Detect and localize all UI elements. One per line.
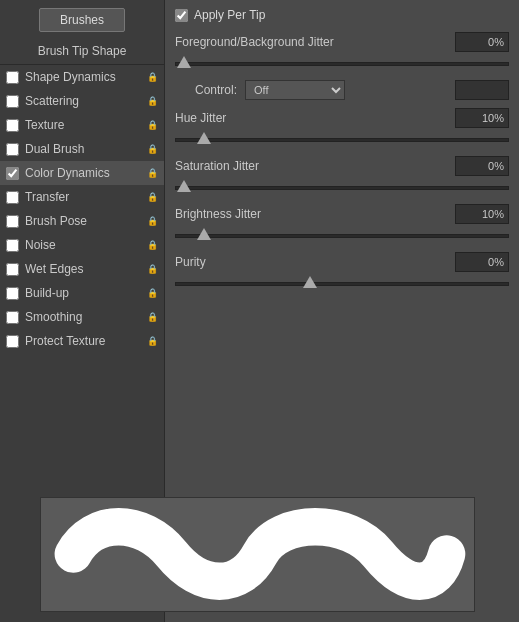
sidebar-label-3: Dual Brush	[25, 142, 146, 156]
sidebar-item-scattering[interactable]: Scattering🔒	[0, 89, 164, 113]
control-select[interactable]: Off Fade Pen Pressure Pen Tilt Stylus Wh…	[245, 80, 345, 100]
sidebar-checkbox-9[interactable]	[6, 287, 19, 300]
sidebar-label-7: Noise	[25, 238, 146, 252]
brush-tip-header: Brush Tip Shape	[0, 40, 164, 65]
sidebar-label-5: Transfer	[25, 190, 146, 204]
sidebar-label-2: Texture	[25, 118, 146, 132]
purity-value[interactable]: 0%	[455, 252, 509, 272]
lock-icon-7: 🔒	[146, 239, 158, 251]
brushes-button[interactable]: Brushes	[39, 8, 125, 32]
fg-bg-jitter-row: Foreground/Background Jitter 0%	[175, 32, 509, 52]
sidebar-checkbox-4[interactable]	[6, 167, 19, 180]
brightness-jitter-thumb[interactable]	[197, 228, 211, 240]
fg-bg-jitter-label: Foreground/Background Jitter	[175, 35, 455, 49]
saturation-jitter-label: Saturation Jitter	[175, 159, 455, 173]
saturation-jitter-thumb[interactable]	[177, 180, 191, 192]
saturation-jitter-slider-row[interactable]	[175, 180, 509, 196]
hue-jitter-thumb[interactable]	[197, 132, 211, 144]
purity-label: Purity	[175, 255, 455, 269]
apply-per-tip-label: Apply Per Tip	[194, 8, 265, 22]
lock-icon-10: 🔒	[146, 311, 158, 323]
sidebar-item-wet-edges[interactable]: Wet Edges🔒	[0, 257, 164, 281]
brush-stroke-svg	[41, 498, 474, 611]
sidebar-checkbox-11[interactable]	[6, 335, 19, 348]
lock-icon-8: 🔒	[146, 263, 158, 275]
sidebar-checkbox-2[interactable]	[6, 119, 19, 132]
saturation-jitter-track	[175, 186, 509, 190]
purity-track	[175, 282, 509, 286]
sidebar-checkbox-0[interactable]	[6, 71, 19, 84]
sidebar-item-dual-brush[interactable]: Dual Brush🔒	[0, 137, 164, 161]
sidebar-label-1: Scattering	[25, 94, 146, 108]
sidebar-checkbox-8[interactable]	[6, 263, 19, 276]
hue-jitter-slider-row[interactable]	[175, 132, 509, 148]
sidebar-label-6: Brush Pose	[25, 214, 146, 228]
sidebar-label-10: Smoothing	[25, 310, 146, 324]
sidebar-label-11: Protect Texture	[25, 334, 146, 348]
hue-jitter-label: Hue Jitter	[175, 111, 455, 125]
fg-bg-jitter-slider-row[interactable]	[175, 56, 509, 72]
brightness-jitter-row: Brightness Jitter 10%	[175, 204, 509, 224]
sidebar-item-build-up[interactable]: Build-up🔒	[0, 281, 164, 305]
sidebar-item-transfer[interactable]: Transfer🔒	[0, 185, 164, 209]
fg-bg-jitter-thumb[interactable]	[177, 56, 191, 68]
brightness-jitter-value[interactable]: 10%	[455, 204, 509, 224]
sidebar-label-4: Color Dynamics	[25, 166, 146, 180]
lock-icon-6: 🔒	[146, 215, 158, 227]
purity-slider-row[interactable]	[175, 276, 509, 292]
fg-bg-jitter-track	[175, 62, 509, 66]
hue-jitter-track	[175, 138, 509, 142]
brightness-jitter-label: Brightness Jitter	[175, 207, 455, 221]
sidebar-item-protect-texture[interactable]: Protect Texture🔒	[0, 329, 164, 353]
sidebar-item-noise[interactable]: Noise🔒	[0, 233, 164, 257]
lock-icon-2: 🔒	[146, 119, 158, 131]
sidebar-checkbox-6[interactable]	[6, 215, 19, 228]
sidebar-item-smoothing[interactable]: Smoothing🔒	[0, 305, 164, 329]
control-label: Control:	[195, 83, 237, 97]
lock-icon-0: 🔒	[146, 71, 158, 83]
lock-icon-3: 🔒	[146, 143, 158, 155]
lock-icon-9: 🔒	[146, 287, 158, 299]
brightness-jitter-slider-row[interactable]	[175, 228, 509, 244]
sidebar-checkbox-5[interactable]	[6, 191, 19, 204]
control-row: Control: Off Fade Pen Pressure Pen Tilt …	[175, 80, 509, 100]
lock-icon-11: 🔒	[146, 335, 158, 347]
hue-jitter-value[interactable]: 10%	[455, 108, 509, 128]
control-value	[455, 80, 509, 100]
sidebar-label-8: Wet Edges	[25, 262, 146, 276]
sidebar-checkbox-3[interactable]	[6, 143, 19, 156]
brightness-jitter-track	[175, 234, 509, 238]
right-panel: Apply Per Tip Foreground/Background Jitt…	[165, 0, 519, 380]
purity-thumb[interactable]	[303, 276, 317, 288]
lock-icon-1: 🔒	[146, 95, 158, 107]
sidebar-label-9: Build-up	[25, 286, 146, 300]
lock-icon-4: 🔒	[146, 167, 158, 179]
sidebar-item-texture[interactable]: Texture🔒	[0, 113, 164, 137]
apply-per-tip-row: Apply Per Tip	[175, 8, 509, 22]
hue-jitter-row: Hue Jitter 10%	[175, 108, 509, 128]
sidebar-item-color-dynamics[interactable]: Color Dynamics🔒	[0, 161, 164, 185]
saturation-jitter-value[interactable]: 0%	[455, 156, 509, 176]
brush-preview	[40, 497, 475, 612]
lock-icon-5: 🔒	[146, 191, 158, 203]
sidebar-label-0: Shape Dynamics	[25, 70, 146, 84]
sidebar-item-shape-dynamics[interactable]: Shape Dynamics🔒	[0, 65, 164, 89]
sidebar-checkbox-1[interactable]	[6, 95, 19, 108]
saturation-jitter-row: Saturation Jitter 0%	[175, 156, 509, 176]
apply-per-tip-checkbox[interactable]	[175, 9, 188, 22]
fg-bg-jitter-value[interactable]: 0%	[455, 32, 509, 52]
sidebar-checkbox-10[interactable]	[6, 311, 19, 324]
sidebar-item-brush-pose[interactable]: Brush Pose🔒	[0, 209, 164, 233]
sidebar-checkbox-7[interactable]	[6, 239, 19, 252]
purity-row: Purity 0%	[175, 252, 509, 272]
